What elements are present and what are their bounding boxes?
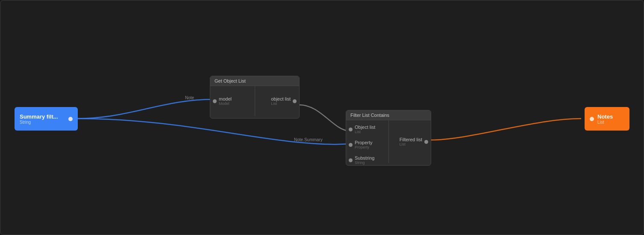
- get-object-list-node[interactable]: Get Object List model Model object list …: [210, 76, 300, 119]
- model-port-row[interactable]: model Model: [213, 96, 252, 106]
- object-list-port-sublabel: List: [271, 101, 291, 106]
- edge-label-note-summary: Note.Summary: [294, 137, 323, 142]
- object-list-input-dot[interactable]: [349, 128, 353, 131]
- filtered-list-port-text: Filtered list List: [400, 137, 422, 146]
- model-port-sublabel: Model: [219, 101, 232, 106]
- get-object-list-header: Get Object List: [210, 76, 299, 86]
- filter-list-header: Filter List Contains: [346, 110, 431, 120]
- notes-node-title: Notes: [597, 113, 624, 120]
- object-list-port-row[interactable]: object list List: [271, 96, 297, 106]
- summary-node-content: Summary filt... String: [20, 113, 65, 125]
- substring-input-dot[interactable]: [349, 158, 353, 162]
- summary-output-port[interactable]: [68, 117, 73, 121]
- object-list-port-text: object list List: [271, 96, 291, 106]
- model-input-dot[interactable]: [213, 99, 217, 103]
- filtered-list-port-label: Filtered list: [400, 137, 422, 142]
- notes-input-port[interactable]: [590, 117, 594, 121]
- substring-port-sublabel: String: [355, 161, 374, 165]
- filtered-list-port-sublabel: List: [400, 142, 422, 146]
- filter-list-contains-node[interactable]: Filter List Contains Object list List Pr…: [346, 110, 431, 166]
- get-object-list-ports-left: model Model: [210, 86, 255, 116]
- model-port-label: model: [219, 96, 232, 101]
- substring-port-row[interactable]: Substring String: [349, 155, 386, 165]
- object-list-input-text: Object list List: [355, 125, 375, 134]
- object-list-input-row[interactable]: Object list List: [349, 125, 386, 134]
- filter-list-body: Object list List Property Property Subst…: [346, 120, 431, 163]
- filtered-list-port-row[interactable]: Filtered list List: [400, 137, 428, 146]
- property-port-label: Property: [355, 140, 373, 145]
- object-list-port-label: object list: [271, 96, 291, 101]
- notes-node[interactable]: Notes List: [585, 107, 629, 131]
- object-list-output-dot[interactable]: [293, 99, 297, 103]
- filtered-list-output-dot[interactable]: [424, 140, 428, 144]
- edge-label-note: Note: [185, 95, 194, 100]
- notes-node-content: Notes List: [597, 113, 624, 125]
- get-object-list-ports-right: object list List: [255, 86, 300, 116]
- connections-svg: [0, 0, 644, 235]
- summary-node-type: String: [20, 120, 65, 125]
- workflow-canvas[interactable]: Note Note.Summary Summary filt... String…: [0, 0, 644, 235]
- filter-list-ports-left: Object list List Property Property Subst…: [346, 120, 388, 163]
- notes-node-type: List: [597, 120, 624, 125]
- model-port-text: model Model: [219, 96, 232, 106]
- substring-port-label: Substring: [355, 155, 374, 161]
- object-list-input-sublabel: List: [355, 130, 375, 134]
- property-port-sublabel: Property: [355, 145, 373, 149]
- summary-node-title: Summary filt...: [20, 113, 62, 120]
- substring-port-text: Substring String: [355, 155, 374, 165]
- get-object-list-body: model Model object list List: [210, 86, 299, 116]
- object-list-input-label: Object list: [355, 125, 375, 130]
- property-port-row[interactable]: Property Property: [349, 140, 386, 149]
- property-port-text: Property Property: [355, 140, 373, 149]
- property-input-dot[interactable]: [349, 143, 353, 147]
- summary-filter-node[interactable]: Summary filt... String: [15, 107, 78, 131]
- filter-list-ports-right: Filtered list List: [388, 120, 431, 163]
